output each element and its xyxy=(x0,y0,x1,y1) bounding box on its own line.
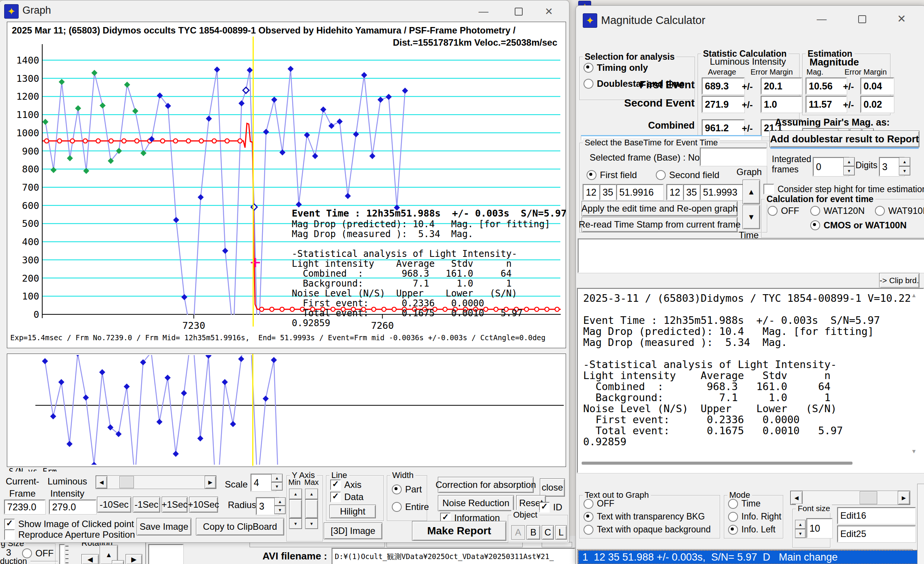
edit25-input[interactable]: Edit25 xyxy=(837,526,916,542)
plus-1sec-button[interactable]: +1Sec xyxy=(162,497,188,513)
calctime-wat910hx-radio[interactable] xyxy=(875,206,885,216)
output-textbox[interactable]: 2025-3-11 / (65803)Didymos / TYC 1854-00… xyxy=(577,288,924,473)
time2-second-input[interactable]: 51.9993 xyxy=(700,184,746,200)
y-max-track[interactable] xyxy=(305,499,318,518)
show-image-checkbox[interactable] xyxy=(4,519,15,529)
textout-opaque-row[interactable]: Text with opaque background xyxy=(584,524,711,535)
calctime-wat910hx-row[interactable]: WAT910HX xyxy=(875,206,924,216)
line-axis-row[interactable]: Axis xyxy=(330,480,361,490)
first-field-row[interactable]: First field xyxy=(587,170,637,180)
calctime-wat120n-radio[interactable] xyxy=(810,206,820,216)
first-event-mag-error-field[interactable]: 0.04 xyxy=(860,78,894,94)
mode-time-radio[interactable] xyxy=(728,499,738,509)
mode-time-row[interactable]: Time xyxy=(728,499,760,509)
minus-10sec-button[interactable]: -10Sec xyxy=(97,497,131,513)
integrated-up-button[interactable]: ▲ xyxy=(843,157,855,166)
copy-clipboard-button[interactable]: Copy to ClipBoard xyxy=(196,518,284,535)
step-hight-checkbox[interactable] xyxy=(763,184,774,194)
rotate-right-button[interactable]: ▶ xyxy=(126,554,142,564)
avi-filename-input[interactable]: D:¥(1)Ocult_観測VData¥2025Oct_VData¥202503… xyxy=(332,548,575,564)
fontsize-input[interactable]: 10 xyxy=(806,518,832,538)
first-field-radio[interactable] xyxy=(587,170,596,180)
graph-maximize-button[interactable] xyxy=(506,4,531,19)
reproduce-aperture-checkbox[interactable] xyxy=(4,529,15,540)
reread-timestamp-button[interactable]: Re-read Time Stamp from current frame xyxy=(582,217,738,232)
doublestar-time-radio[interactable] xyxy=(584,79,593,89)
width-part-row[interactable]: Part xyxy=(392,484,422,495)
width-entire-row[interactable]: Entire xyxy=(392,502,429,512)
calc-maximize-button[interactable] xyxy=(851,12,873,26)
rotate-left-button[interactable]: ◀ xyxy=(81,554,99,564)
id-checkbox-row[interactable]: ID xyxy=(539,502,562,513)
fontsize-down-button[interactable]: ▼ xyxy=(795,529,806,538)
textout-opaque-radio[interactable] xyxy=(584,525,593,535)
hilight-button[interactable]: Hilight xyxy=(329,505,376,518)
first-event-error-field[interactable]: 20.1 xyxy=(761,78,802,94)
time-down-button[interactable]: ▼ xyxy=(743,205,760,229)
width-part-radio[interactable] xyxy=(392,484,402,494)
calctime-wat120n-row[interactable]: WAT120N xyxy=(810,206,865,216)
rotate-center-button[interactable] xyxy=(112,560,124,564)
y-min-track[interactable] xyxy=(289,499,302,518)
sn-chart[interactable] xyxy=(7,354,565,466)
digits-up-button[interactable]: ▲ xyxy=(899,157,910,166)
textout-off-row[interactable]: OFF xyxy=(584,499,614,509)
graph-close-button[interactable]: ✕ xyxy=(537,4,561,19)
line-data-checkbox[interactable] xyxy=(330,492,341,502)
second-field-row[interactable]: Second field xyxy=(656,170,719,180)
make-report-button[interactable]: Make Report xyxy=(412,521,506,541)
radius-down-button[interactable]: ▼ xyxy=(274,506,286,514)
graph-up-button[interactable]: ▲ xyxy=(743,180,760,204)
digits-down-button[interactable]: ▼ xyxy=(899,166,910,175)
object-l-button[interactable]: L xyxy=(555,525,567,540)
textout-transparency-radio[interactable] xyxy=(584,512,593,522)
scrollbar-left-button[interactable]: ◀ xyxy=(96,476,107,489)
apply-edit-time-button[interactable]: Apply the edit time and Re-open graph xyxy=(582,201,738,216)
fontsize-up-button[interactable]: ▲ xyxy=(795,520,806,529)
mode-info-right-row[interactable]: Info. Right xyxy=(728,511,781,522)
combined-average-field[interactable]: 961.2 xyxy=(702,119,744,136)
textout-transparency-row[interactable]: Text with transparency BKG xyxy=(584,511,705,522)
textout-off-radio[interactable] xyxy=(584,499,593,509)
object-b-button[interactable]: B xyxy=(526,525,540,540)
luminous-intensity-input[interactable]: 279.0 xyxy=(49,500,96,514)
width-entire-radio[interactable] xyxy=(392,502,402,512)
save-image-button[interactable]: Save Image xyxy=(137,518,191,535)
calctime-off-radio[interactable] xyxy=(768,206,778,216)
timing-only-row[interactable]: Timing only xyxy=(584,62,648,73)
calc-minimize-button[interactable]: — xyxy=(811,12,832,26)
id-checkbox[interactable] xyxy=(539,502,550,513)
calc-scroll-thumb[interactable] xyxy=(860,491,877,504)
clip-board-button[interactable]: -> Clip brd. xyxy=(879,273,919,288)
calctime-off-row[interactable]: OFF xyxy=(768,206,799,216)
scrollbar-right-button[interactable]: ▶ xyxy=(205,476,216,489)
mode-info-left-radio[interactable] xyxy=(728,525,738,535)
3d-image-button[interactable]: [3D] Image xyxy=(324,523,382,539)
integrated-down-button[interactable]: ▼ xyxy=(843,166,855,175)
calc-right-scrollbar[interactable] xyxy=(917,484,924,564)
graph-minimize-button[interactable]: — xyxy=(471,4,496,19)
time1-second-input[interactable]: 51.9916 xyxy=(616,184,663,200)
second-event-error-field[interactable]: 1.0 xyxy=(761,96,802,113)
current-frame-input[interactable]: 7239.0 xyxy=(4,500,45,514)
result-list[interactable]: 1 12 35 51.988 +/- 0.003s, S/N= 5.97 D M… xyxy=(577,549,913,564)
calc-scroll-right-button[interactable]: ▶ xyxy=(898,491,910,505)
reproduce-checkbox-row[interactable]: Reproduce Aperture Position xyxy=(4,529,135,540)
scale-down-button[interactable]: ▼ xyxy=(271,482,283,491)
scrollbar-thumb[interactable] xyxy=(119,476,134,488)
y-min-down-button[interactable]: ▼ xyxy=(289,518,302,529)
mode-info-right-radio[interactable] xyxy=(728,512,738,522)
calc-close-button[interactable]: ✕ xyxy=(891,11,912,26)
show-image-checkbox-row[interactable]: Show Image of Clicked point xyxy=(4,519,134,529)
y-min-up-button[interactable]: ▲ xyxy=(289,489,302,499)
second-field-radio[interactable] xyxy=(656,170,666,180)
output-hscroll-thumb[interactable] xyxy=(582,462,852,465)
line-data-row[interactable]: Data xyxy=(330,492,364,502)
close-graph-button[interactable]: close xyxy=(540,478,565,497)
first-event-mag-field[interactable]: 10.56 xyxy=(806,78,847,94)
calc-hscrollbar[interactable]: ◀ ▶ xyxy=(790,491,910,505)
object-a-button[interactable]: A xyxy=(511,525,525,540)
result-list-selected-row[interactable]: 1 12 35 51.988 +/- 0.003s, S/N= 5.97 D M… xyxy=(578,550,919,564)
selected-frame-input[interactable] xyxy=(700,148,767,166)
second-event-average-field[interactable]: 271.9 xyxy=(702,96,744,113)
